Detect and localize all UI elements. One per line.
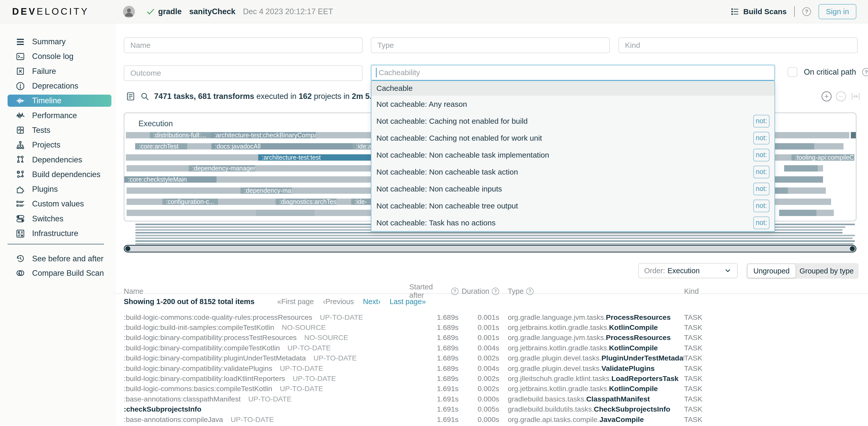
task-outcome: NO-SOURCE xyxy=(304,333,348,341)
type-cell: org.jetbrains.kotlin.gradle.tasks.Kotlin… xyxy=(508,323,684,332)
started-after-help-icon[interactable]: ? xyxy=(451,288,459,295)
sidebar-item-see-before-after[interactable]: See before and after xyxy=(0,252,115,266)
next-page-link[interactable]: Next› xyxy=(363,297,380,306)
table-row[interactable]: :base-annotations:classpathManifestUP-TO… xyxy=(124,394,858,404)
task-name-cell: :base-annotations:classpathManifestUP-TO… xyxy=(124,395,409,403)
table-row[interactable]: :build-logic:build-init-samples:compileT… xyxy=(124,322,858,333)
type-filter-input[interactable] xyxy=(371,37,610,53)
table-row[interactable]: :build-logic:binary-compatibility:proces… xyxy=(124,333,858,343)
table-row[interactable]: :build-logic-commons:code-quality-rules:… xyxy=(124,312,858,322)
help-icon[interactable]: ? xyxy=(802,7,811,16)
table-row[interactable]: :base-annotations:compileJavaUP-TO-DATE1… xyxy=(124,414,858,424)
timeline-bar-segment xyxy=(337,199,351,205)
timeline-task-bar[interactable]: :configuration-c... xyxy=(162,199,218,205)
failure-icon xyxy=(16,66,25,76)
sidebar-item-summary[interactable]: Summary xyxy=(0,34,115,49)
type-help-icon[interactable]: ? xyxy=(526,288,533,295)
task-outcome: UP-TO-DATE xyxy=(292,374,336,382)
cacheability-filter-input[interactable]: Cacheability xyxy=(371,65,775,80)
timeline-task-bar[interactable]: :ide:arc xyxy=(353,143,371,149)
table-row[interactable]: :build-logic:binary-compatibility:compil… xyxy=(124,343,858,353)
develocity-logo: DEVELOCITY xyxy=(12,6,89,17)
table-row[interactable]: :build-logic-commons:basics:compileTestK… xyxy=(124,384,858,394)
history-icon xyxy=(16,254,25,263)
sign-in-button[interactable]: Sign in xyxy=(818,4,857,19)
timeline-task-bar[interactable]: :ide- xyxy=(351,199,371,205)
sidebar-item-projects[interactable]: Projects xyxy=(0,138,115,152)
not-filter-button[interactable]: not: xyxy=(753,166,770,178)
cacheability-option[interactable]: Not cacheable: Any reason xyxy=(371,96,775,113)
performance-icon xyxy=(16,111,25,120)
cacheability-option[interactable]: Cacheable xyxy=(371,81,775,96)
timeline-task-bar[interactable]: :dependency-managem... xyxy=(189,165,255,171)
build-scans-link[interactable]: Build Scans xyxy=(731,7,787,16)
on-critical-path-checkbox[interactable] xyxy=(788,67,797,77)
timeline-task-bar[interactable]: :tooling-api:compileCr... xyxy=(792,154,855,161)
zoom-in-button[interactable]: + xyxy=(822,91,832,102)
cacheability-option[interactable]: Not cacheable: Non cacheable inputsnot: xyxy=(371,180,775,197)
sidebar-item-infrastructure[interactable]: Infrastructure xyxy=(0,226,115,241)
not-filter-button[interactable]: not: xyxy=(753,183,770,195)
last-page-link[interactable]: Last page» xyxy=(390,297,426,306)
timeline-task-bar[interactable]: :distributions-full:... xyxy=(150,132,211,138)
not-filter-button[interactable]: not: xyxy=(753,200,770,212)
cacheability-option[interactable]: Not cacheable: Non cacheable tree output… xyxy=(371,197,775,214)
table-row[interactable]: :checkSubprojectsInfo1.691s0.005sgradleb… xyxy=(124,404,858,414)
not-filter-button[interactable]: not: xyxy=(753,132,770,144)
name-filter-input[interactable] xyxy=(124,37,363,53)
outcome-filter-input[interactable] xyxy=(124,65,363,81)
timeline-task-bar[interactable]: :diagnostics:archTest xyxy=(276,199,336,205)
sidebar-divider xyxy=(7,244,104,244)
sidebar-item-failure[interactable]: Failure xyxy=(0,64,115,79)
table-row[interactable]: :build-logic:binary-compatibility:plugin… xyxy=(124,353,858,363)
timeline-task-bar[interactable]: :core:archTest xyxy=(135,143,187,149)
previous-page-link[interactable]: ‹Previous xyxy=(323,297,354,306)
grouped-by-type-button[interactable]: Grouped by type xyxy=(796,267,858,275)
timeline-bar-segment xyxy=(784,165,818,171)
top-bar: DEVELOCITY gradle sanityCheck Dec 4 2023… xyxy=(0,0,868,23)
scrollbar-left-handle[interactable] xyxy=(125,246,130,251)
cacheability-option[interactable]: Not cacheable: Non cacheable task action… xyxy=(371,163,775,180)
deprecations-icon xyxy=(16,82,25,91)
avatar[interactable] xyxy=(123,6,135,18)
sidebar-item-custom-values[interactable]: Custom values xyxy=(0,197,115,211)
sidebar-item-timeline[interactable]: Timeline xyxy=(0,93,115,108)
sidebar-item-build-dependencies[interactable]: Build dependencies xyxy=(0,167,115,182)
duration-help-icon[interactable]: ? xyxy=(492,288,499,295)
sidebar-item-tests[interactable]: Tests xyxy=(0,123,115,138)
sidebar-item-deprecations[interactable]: Deprecations xyxy=(0,79,115,93)
scrollbar-right-handle[interactable] xyxy=(850,246,855,251)
sidebar-item-compare-build-scan[interactable]: Compare Build Scan xyxy=(0,266,115,280)
sidebar-item-dependencies[interactable]: Dependencies xyxy=(0,152,115,167)
on-critical-path-help-icon[interactable]: ? xyxy=(862,68,868,76)
sidebar-item-console-log[interactable]: Console log xyxy=(0,49,115,64)
zoom-out-button[interactable]: − xyxy=(836,91,846,102)
sidebar-item-label: Custom values xyxy=(32,199,84,208)
fit-width-icon[interactable] xyxy=(850,91,861,102)
timeline-task-bar[interactable]: :architecture-test:checkBinaryCompati... xyxy=(211,132,316,138)
not-filter-button[interactable]: not: xyxy=(753,115,770,127)
cacheability-option[interactable]: Not cacheable: Caching not enabled for w… xyxy=(371,130,775,146)
duration-cell: 0.002s xyxy=(459,385,499,393)
table-row[interactable]: :build-logic:binary-compatibility:loadKt… xyxy=(124,373,858,384)
not-filter-button[interactable]: not: xyxy=(753,149,770,161)
not-filter-button[interactable]: not: xyxy=(753,217,770,229)
build-tool: gradle xyxy=(158,7,182,16)
kind-filter-input[interactable] xyxy=(618,37,858,53)
first-page-link[interactable]: «First page xyxy=(277,297,314,306)
cacheability-option[interactable]: Not cacheable: Non cacheable task implem… xyxy=(371,146,775,163)
timeline-task-bar[interactable]: :dependency-mana... xyxy=(241,188,292,194)
sidebar-item-performance[interactable]: Performance xyxy=(0,108,115,123)
order-select[interactable]: Order: Execution xyxy=(638,263,738,278)
table-row[interactable]: :build-logic:binary-compatibility:valida… xyxy=(124,363,858,373)
cacheability-option[interactable]: Not cacheable: Task has no actionsnot: xyxy=(371,214,775,231)
ungrouped-button[interactable]: Ungrouped xyxy=(747,264,796,278)
sidebar-item-switches[interactable]: Switches xyxy=(0,211,115,226)
build-deps-icon xyxy=(16,170,25,179)
sidebar-item-label: Tests xyxy=(32,126,50,135)
timeline-task-bar[interactable]: :core:checkstyleMain xyxy=(124,176,217,183)
cacheability-option[interactable]: Not cacheable: Caching not enabled for b… xyxy=(371,113,775,130)
sidebar-item-plugins[interactable]: Plugins xyxy=(0,182,115,197)
timeline-task-bar[interactable]: :docs:javadocAll xyxy=(212,143,353,149)
timeline-horizontal-scrollbar[interactable] xyxy=(124,245,857,252)
